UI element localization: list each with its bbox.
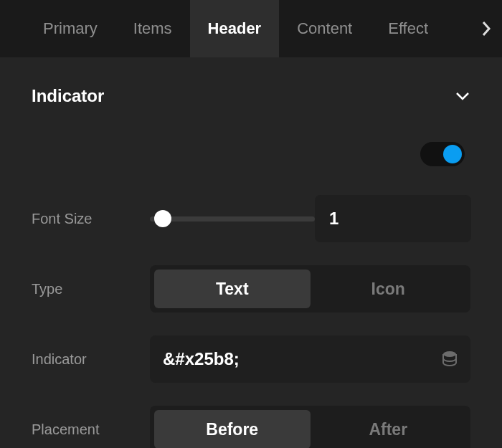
slider-track: [150, 216, 315, 221]
section-title: Indicator: [32, 86, 104, 106]
font-size-label: Font Size: [32, 211, 150, 227]
placement-label: Placement: [32, 421, 150, 438]
font-size-input[interactable]: [315, 195, 502, 242]
slider-thumb[interactable]: [154, 210, 171, 227]
database-icon[interactable]: [442, 351, 458, 368]
svg-point-0: [443, 351, 456, 357]
chevron-right-icon: [481, 20, 491, 37]
type-label: Type: [32, 281, 150, 297]
tab-header[interactable]: Header: [190, 0, 280, 57]
tab-effect[interactable]: Effect: [370, 0, 446, 57]
chevron-down-icon: [455, 91, 470, 101]
tabs-scroll-right[interactable]: [470, 0, 502, 57]
panel-body: Indicator Font Size em Type Text Icon In…: [0, 57, 502, 448]
type-option-icon[interactable]: Icon: [311, 270, 467, 308]
toggle-thumb: [443, 145, 462, 163]
placement-segmented: Before After: [150, 406, 470, 448]
tab-bar: Primary Items Header Content Effect: [0, 0, 502, 57]
indicator-input[interactable]: [163, 349, 442, 369]
tab-content[interactable]: Content: [279, 0, 370, 57]
placement-option-before[interactable]: Before: [154, 410, 311, 448]
tab-items[interactable]: Items: [115, 0, 190, 57]
font-size-value-box: em: [315, 195, 471, 242]
indicator-toggle[interactable]: [420, 142, 465, 166]
tab-primary[interactable]: Primary: [0, 0, 115, 57]
font-size-slider[interactable]: [150, 204, 315, 233]
placement-option-after[interactable]: After: [311, 410, 467, 448]
type-option-text[interactable]: Text: [154, 270, 311, 308]
type-segmented: Text Icon: [150, 265, 470, 313]
indicator-label: Indicator: [32, 351, 150, 368]
section-header[interactable]: Indicator: [32, 86, 470, 106]
